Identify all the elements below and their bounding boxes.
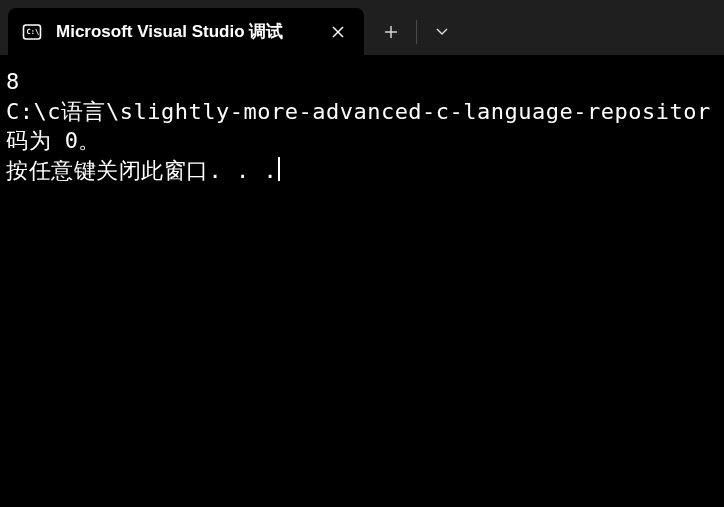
tab-close-button[interactable] <box>324 18 352 46</box>
new-tab-button[interactable] <box>370 14 412 50</box>
output-line: 按任意键关闭此窗口. . . <box>6 158 277 183</box>
output-line: 8 <box>6 69 20 94</box>
tab-dropdown-button[interactable] <box>421 14 463 50</box>
svg-text:C:\: C:\ <box>27 28 40 36</box>
terminal-output[interactable]: 8 C:\c语言\slightly-more-advanced-c-langua… <box>0 55 724 198</box>
console-icon: C:\ <box>22 22 42 42</box>
chevron-down-icon <box>435 27 449 36</box>
plus-icon <box>384 25 398 39</box>
tab-controls <box>370 8 463 55</box>
active-tab[interactable]: C:\ Microsoft Visual Studio 调试 <box>8 8 364 55</box>
divider <box>416 20 417 44</box>
titlebar: C:\ Microsoft Visual Studio 调试 <box>0 0 724 55</box>
output-line: 码为 0。 <box>6 128 101 153</box>
output-line: C:\c语言\slightly-more-advanced-c-language… <box>6 99 711 124</box>
close-icon <box>331 25 345 39</box>
tab-title: Microsoft Visual Studio 调试 <box>56 20 316 43</box>
cursor <box>278 157 280 181</box>
